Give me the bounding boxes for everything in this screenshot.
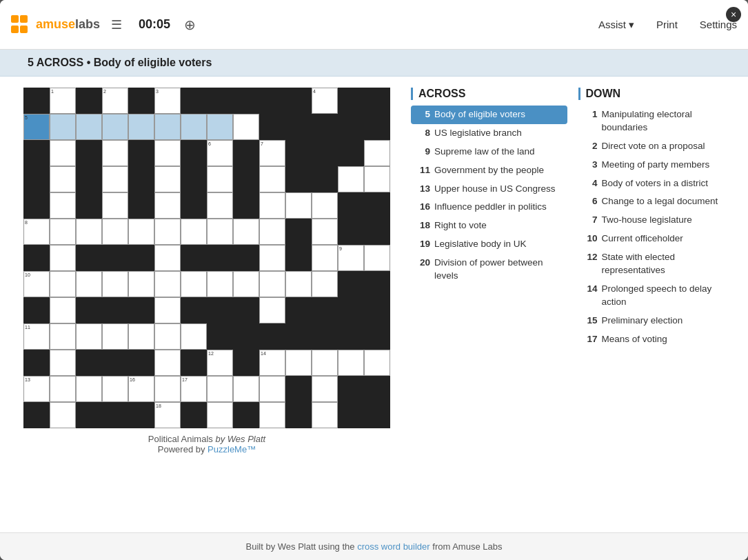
grid-cell[interactable]: [76, 350, 102, 376]
clue-item[interactable]: 9Supreme law of the land: [411, 143, 567, 161]
clue-item[interactable]: 2Direct vote on a proposal: [578, 137, 735, 156]
grid-cell[interactable]: [181, 166, 207, 192]
grid-cell[interactable]: [50, 271, 76, 297]
grid-cell[interactable]: [76, 88, 102, 114]
grid-cell[interactable]: [312, 323, 338, 350]
grid-cell[interactable]: [364, 192, 390, 219]
grid-cell[interactable]: 2: [102, 88, 128, 114]
clue-item[interactable]: 5Body of eligible voters: [411, 106, 567, 124]
grid-cell[interactable]: [233, 166, 259, 192]
grid-cell[interactable]: [102, 323, 128, 350]
grid-cell[interactable]: [285, 376, 312, 402]
grid-cell[interactable]: [285, 402, 312, 428]
grid-cell[interactable]: [312, 297, 338, 323]
grid-cell[interactable]: [128, 245, 154, 271]
clue-item[interactable]: 14Prolonged speech to delay action: [578, 280, 735, 312]
grid-cell[interactable]: [312, 114, 338, 140]
grid-cell[interactable]: [259, 245, 285, 271]
grid-cell[interactable]: [76, 402, 102, 428]
grid-cell[interactable]: [338, 88, 364, 114]
grid-cell[interactable]: [338, 166, 364, 192]
grid-cell[interactable]: 7: [259, 140, 285, 166]
grid-cell[interactable]: [76, 219, 102, 245]
grid-cell[interactable]: [102, 297, 128, 323]
grid-cell[interactable]: [154, 350, 181, 376]
grid-cell[interactable]: [102, 114, 128, 140]
grid-cell[interactable]: [207, 114, 233, 140]
grid-cell[interactable]: [181, 114, 207, 140]
grid-cell[interactable]: [181, 297, 207, 323]
grid-cell[interactable]: [181, 245, 207, 271]
grid-cell[interactable]: [128, 192, 154, 219]
grid-cell[interactable]: [233, 88, 259, 114]
grid-cell[interactable]: [207, 271, 233, 297]
grid-cell[interactable]: [285, 219, 312, 245]
clue-item[interactable]: 15Preliminary election: [578, 312, 735, 330]
grid-cell[interactable]: [102, 376, 128, 402]
grid-cell[interactable]: [128, 271, 154, 297]
grid-cell[interactable]: [23, 166, 50, 192]
grid-cell[interactable]: [102, 271, 128, 297]
grid-cell[interactable]: [128, 297, 154, 323]
grid-cell[interactable]: [259, 402, 285, 428]
grid-cell[interactable]: [233, 297, 259, 323]
grid-cell[interactable]: [76, 166, 102, 192]
grid-cell[interactable]: 3: [154, 88, 181, 114]
grid-cell[interactable]: [233, 323, 259, 350]
grid-cell[interactable]: [259, 219, 285, 245]
grid-cell[interactable]: [50, 323, 76, 350]
grid-cell[interactable]: [338, 192, 364, 219]
grid-cell[interactable]: [312, 140, 338, 166]
clue-item[interactable]: 4Body of voters in a district: [578, 174, 735, 193]
grid-cell[interactable]: [76, 297, 102, 323]
grid-cell[interactable]: [50, 140, 76, 166]
grid-cell[interactable]: [312, 245, 338, 271]
grid-cell[interactable]: [259, 114, 285, 140]
grid-cell[interactable]: 18: [154, 402, 181, 428]
grid-cell[interactable]: [364, 166, 390, 192]
clue-item[interactable]: 18Right to vote: [411, 217, 567, 235]
grid-cell[interactable]: [76, 376, 102, 402]
grid-cell[interactable]: [285, 271, 312, 297]
grid-cell[interactable]: [364, 271, 390, 297]
grid-cell[interactable]: [76, 192, 102, 219]
clue-item[interactable]: 19Legislative body in UK: [411, 235, 567, 254]
grid-cell[interactable]: [154, 297, 181, 323]
grid-cell[interactable]: 5: [23, 114, 50, 140]
grid-cell[interactable]: [207, 192, 233, 219]
clue-item[interactable]: 17Means of voting: [578, 330, 735, 349]
grid-cell[interactable]: [285, 323, 312, 350]
grid-cell[interactable]: 16: [128, 376, 154, 402]
grid-cell[interactable]: [259, 323, 285, 350]
grid-cell[interactable]: [181, 350, 207, 376]
assist-button[interactable]: Assist ▾: [598, 19, 634, 31]
grid-cell[interactable]: [259, 376, 285, 402]
grid-cell[interactable]: [259, 166, 285, 192]
grid-cell[interactable]: [259, 297, 285, 323]
grid-cell[interactable]: 4: [312, 88, 338, 114]
grid-cell[interactable]: [128, 88, 154, 114]
grid-cell[interactable]: [50, 402, 76, 428]
grid-cell[interactable]: [233, 114, 259, 140]
grid-cell[interactable]: [285, 140, 312, 166]
grid-cell[interactable]: [259, 271, 285, 297]
grid-cell[interactable]: [364, 323, 390, 350]
grid-cell[interactable]: [285, 245, 312, 271]
grid-cell[interactable]: 8: [23, 219, 50, 245]
grid-cell[interactable]: [233, 219, 259, 245]
grid-cell[interactable]: [154, 140, 181, 166]
grid-cell[interactable]: [364, 245, 390, 271]
clue-item[interactable]: 13Upper house in US Congress: [411, 180, 567, 199]
grid-cell[interactable]: [23, 297, 50, 323]
grid-cell[interactable]: [181, 219, 207, 245]
grid-cell[interactable]: [364, 402, 390, 428]
grid-cell[interactable]: [102, 140, 128, 166]
grid-cell[interactable]: [364, 219, 390, 245]
clue-item[interactable]: 1Manipulating electoral boundaries: [578, 106, 735, 137]
grid-cell[interactable]: [233, 245, 259, 271]
grid-cell[interactable]: [338, 402, 364, 428]
grid-cell[interactable]: [207, 402, 233, 428]
grid-cell[interactable]: [154, 166, 181, 192]
grid-cell[interactable]: [312, 166, 338, 192]
grid-cell[interactable]: [312, 376, 338, 402]
